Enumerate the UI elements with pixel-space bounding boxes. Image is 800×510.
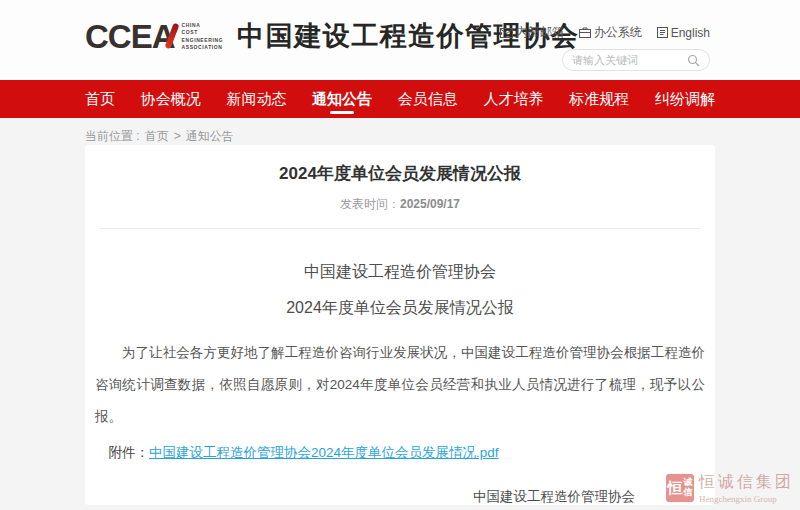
nav-item-news[interactable]: 新闻动态 bbox=[226, 80, 286, 118]
main-nav: 首页 协会概况 新闻动态 通知公告 会员信息 人才培养 标准规程 纠纷调解 bbox=[0, 80, 800, 118]
article-paragraph: 为了让社会各方更好地了解工程造价咨询行业发展状况，中国建设工程造价管理协会根据工… bbox=[95, 337, 705, 433]
signature-org: 中国建设工程造价管理协会 bbox=[473, 488, 635, 505]
doc-heading-org: 中国建设工程造价管理协会 bbox=[95, 262, 705, 283]
logo-english-name: CHINA COST ENGINEERING ASSOCIATION bbox=[182, 22, 224, 51]
briefcase-icon bbox=[579, 27, 591, 38]
breadcrumb-label: 当前位置 : bbox=[85, 128, 140, 145]
title-divider bbox=[100, 228, 700, 229]
nav-item-about[interactable]: 协会概况 bbox=[141, 80, 201, 118]
english-version-link[interactable]: English bbox=[657, 24, 710, 41]
mail-icon bbox=[500, 28, 513, 38]
active-tab-indicator bbox=[330, 111, 354, 114]
doc-heading-title: 2024年度单位会员发展情况公报 bbox=[95, 298, 705, 319]
nav-item-home[interactable]: 首页 bbox=[85, 80, 115, 118]
ccea-logo-acronym: CCEA bbox=[85, 20, 175, 53]
breadcrumb-separator: > bbox=[174, 129, 181, 143]
breadcrumb: 当前位置 : 首页 > 通知公告 bbox=[0, 118, 800, 145]
search-input[interactable] bbox=[572, 54, 687, 66]
attachment-row: 附件：中国建设工程造价管理协会2024年度单位会员发展情况.pdf bbox=[95, 444, 705, 462]
article-title: 2024年度单位会员发展情况公报 bbox=[95, 162, 705, 185]
publish-time: 发表时间：2025/09/17 bbox=[95, 196, 705, 213]
nav-item-mediation[interactable]: 纠纷调解 bbox=[655, 80, 715, 118]
nav-item-members[interactable]: 会员信息 bbox=[398, 80, 458, 118]
breadcrumb-current[interactable]: 通知公告 bbox=[186, 128, 234, 145]
breadcrumb-home-link[interactable]: 首页 bbox=[145, 128, 169, 145]
internal-mail-link[interactable]: 内部邮箱 bbox=[500, 24, 564, 41]
nav-item-standards[interactable]: 标准规程 bbox=[569, 80, 629, 118]
search-icon[interactable] bbox=[687, 54, 700, 67]
site-header: CCEA CHINA COST ENGINEERING ASSOCIATION … bbox=[0, 0, 800, 80]
nav-item-notices[interactable]: 通知公告 bbox=[312, 80, 372, 118]
attachment-pdf-link[interactable]: 中国建设工程造价管理协会2024年度单位会员发展情况.pdf bbox=[149, 445, 499, 460]
search-box bbox=[562, 49, 710, 71]
article-card: 2024年度单位会员发展情况公报 发表时间：2025/09/17 中国建设工程造… bbox=[85, 145, 715, 505]
book-icon bbox=[657, 27, 668, 38]
header-utilities: 内部邮箱 办公系统 English bbox=[500, 24, 710, 71]
signature-block: 中国建设工程造价管理协会 2025年9月17日 bbox=[473, 488, 635, 505]
nav-item-training[interactable]: 人才培养 bbox=[484, 80, 544, 118]
office-system-link[interactable]: 办公系统 bbox=[579, 24, 642, 41]
attachment-label: 附件： bbox=[109, 445, 150, 460]
